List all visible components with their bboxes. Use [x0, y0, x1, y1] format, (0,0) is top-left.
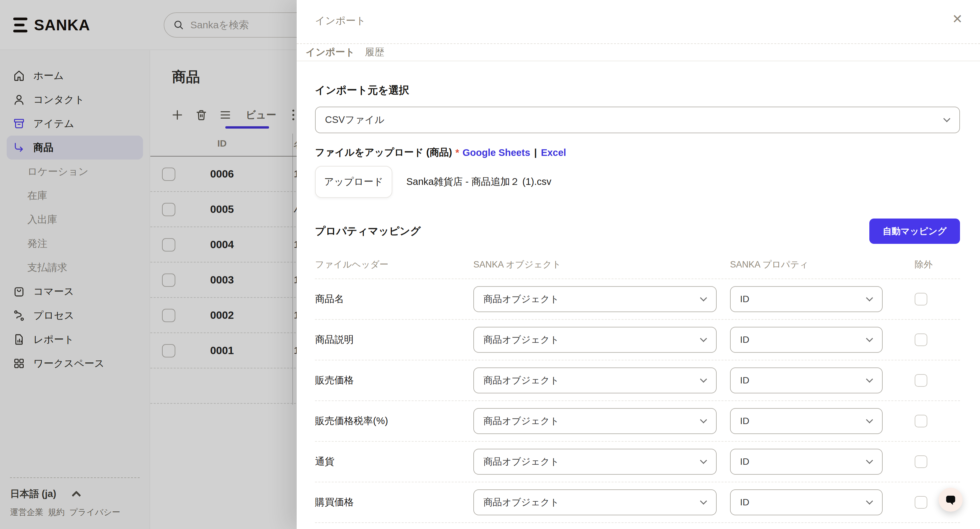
property-select[interactable]: ID	[730, 327, 883, 353]
import-modal: インポート ✕ インポート 履歴 インポート元を選択 CSVファイル ファイルを…	[297, 0, 980, 529]
mapping-row: 販売価格税率(%) 商品オブジェクト ID	[315, 401, 960, 442]
import-source-heading: インポート元を選択	[315, 83, 960, 97]
tab-import[interactable]: インポート	[305, 46, 355, 59]
chevron-down-icon	[866, 335, 873, 342]
mapping-row: 通貨 商品オブジェクト ID	[315, 442, 960, 482]
modal-body: インポート元を選択 CSVファイル ファイルをアップロード (商品) * Goo…	[297, 83, 980, 529]
modal-tabs: インポート 履歴	[297, 43, 980, 61]
col-sanka-object: SANKA オブジェクト	[473, 259, 730, 270]
property-select[interactable]: ID	[730, 449, 883, 475]
chevron-down-icon	[700, 294, 707, 301]
property-select[interactable]: ID	[730, 408, 883, 434]
required-mark: *	[455, 147, 459, 158]
modal-header: インポート ✕	[297, 0, 980, 43]
upload-row: アップロード Sanka雑貨店 - 商品追加２ (1).csv	[315, 166, 960, 198]
upload-label-row: ファイルをアップロード (商品) * Google Sheets | Excel	[315, 146, 960, 159]
chevron-down-icon	[866, 375, 873, 383]
object-select-value: 商品オブジェクト	[483, 455, 559, 468]
exclude-checkbox[interactable]	[915, 374, 928, 387]
chevron-down-icon	[700, 457, 707, 464]
object-select[interactable]: 商品オブジェクト	[473, 489, 717, 515]
object-select[interactable]: 商品オブジェクト	[473, 449, 717, 475]
mapping-row: 販売価格 商品オブジェクト ID	[315, 361, 960, 401]
chevron-down-icon	[700, 497, 707, 504]
mapping-heading: プロパティマッピング	[315, 224, 421, 238]
chat-widget-button[interactable]	[939, 488, 963, 512]
object-select-value: 商品オブジェクト	[483, 496, 559, 509]
mapping-header-row: プロパティマッピング 自動マッピング	[315, 219, 960, 244]
file-header-label: 商品名	[315, 292, 473, 306]
chevron-down-icon	[866, 294, 873, 301]
file-header-label: 商品説明	[315, 333, 473, 346]
import-source-select[interactable]: CSVファイル	[315, 106, 960, 133]
mapping-row: 商品名 商品オブジェクト ID	[315, 279, 960, 320]
property-select-value: ID	[740, 375, 749, 386]
tab-history[interactable]: 履歴	[365, 46, 384, 59]
object-select[interactable]: 商品オブジェクト	[473, 408, 717, 434]
object-select[interactable]: 商品オブジェクト	[473, 367, 717, 393]
exclude-checkbox[interactable]	[915, 455, 928, 468]
chevron-down-icon	[866, 416, 873, 423]
close-icon[interactable]: ✕	[952, 13, 963, 25]
col-exclude: 除外	[899, 259, 960, 270]
chat-bubble-icon	[945, 494, 957, 506]
chevron-down-icon	[943, 115, 950, 122]
object-select-value: 商品オブジェクト	[483, 374, 559, 387]
upload-button[interactable]: アップロード	[315, 166, 392, 198]
chevron-down-icon	[866, 497, 873, 504]
mapping-columns-header: ファイルヘッダー SANKA オブジェクト SANKA プロパティ 除外	[315, 259, 960, 279]
exclude-checkbox[interactable]	[915, 415, 928, 427]
link-separator: |	[534, 147, 538, 158]
object-select-value: 商品オブジェクト	[483, 415, 559, 427]
import-source-value: CSVファイル	[325, 113, 384, 127]
chevron-down-icon	[700, 335, 707, 342]
object-select-value: 商品オブジェクト	[483, 293, 559, 305]
chevron-down-icon	[700, 375, 707, 383]
property-select-value: ID	[740, 334, 749, 345]
auto-mapping-button[interactable]: 自動マッピング	[869, 219, 960, 244]
object-select[interactable]: 商品オブジェクト	[473, 327, 717, 353]
exclude-checkbox[interactable]	[915, 293, 928, 305]
google-sheets-link[interactable]: Google Sheets	[462, 147, 530, 158]
exclude-checkbox[interactable]	[915, 334, 928, 346]
uploaded-filename: Sanka雑貨店 - 商品追加２ (1).csv	[406, 175, 551, 189]
file-header-label: 販売価格	[315, 374, 473, 387]
exclude-checkbox[interactable]	[915, 496, 928, 509]
property-select-value: ID	[740, 497, 749, 508]
mapping-row: 購買価格税率(%) 商品オブジェクト ID	[315, 523, 960, 529]
chevron-down-icon	[866, 457, 873, 464]
file-header-label: 販売価格税率(%)	[315, 415, 473, 428]
col-file-header: ファイルヘッダー	[315, 259, 473, 270]
property-select[interactable]: ID	[730, 367, 883, 393]
mapping-row: 購買価格 商品オブジェクト ID	[315, 482, 960, 523]
file-header-label: 通貨	[315, 455, 473, 469]
property-select-value: ID	[740, 456, 749, 467]
property-select[interactable]: ID	[730, 489, 883, 515]
property-select-value: ID	[740, 294, 749, 305]
property-select-value: ID	[740, 416, 749, 426]
col-sanka-property: SANKA プロパティ	[730, 259, 899, 270]
property-select[interactable]: ID	[730, 286, 883, 312]
upload-label: ファイルをアップロード (商品)	[315, 146, 452, 159]
chevron-down-icon	[700, 416, 707, 423]
object-select-value: 商品オブジェクト	[483, 334, 559, 346]
file-header-label: 購買価格	[315, 496, 473, 509]
excel-link[interactable]: Excel	[541, 147, 566, 158]
object-select[interactable]: 商品オブジェクト	[473, 286, 717, 312]
mapping-row: 商品説明 商品オブジェクト ID	[315, 320, 960, 361]
modal-title: インポート	[315, 14, 366, 28]
